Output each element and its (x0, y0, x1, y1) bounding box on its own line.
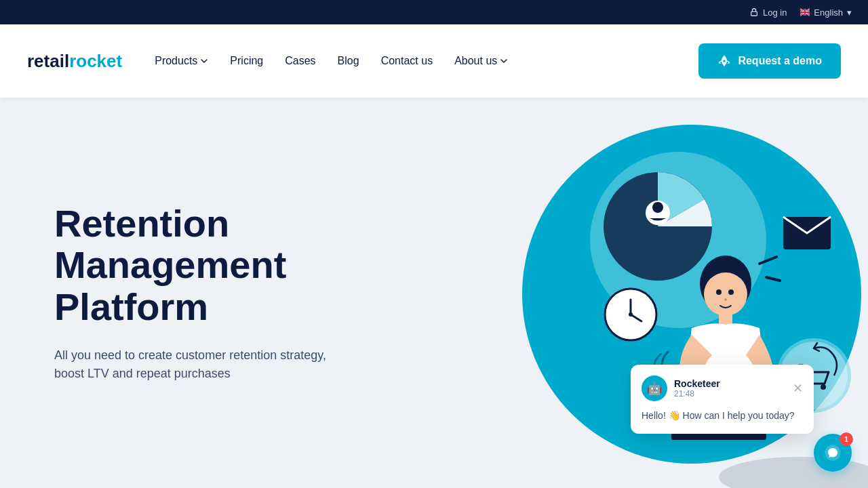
flag-icon (800, 7, 810, 17)
login-link[interactable]: Log in (749, 7, 787, 18)
svg-rect-0 (751, 12, 757, 16)
chat-popup: 🤖 Rocketeer 21:48 ✕ Hello! 👋 How can I h… (631, 365, 814, 434)
logo[interactable]: retailrocket (27, 51, 122, 72)
svg-point-7 (652, 202, 663, 213)
lock-icon (749, 7, 759, 17)
chat-close-button[interactable]: ✕ (793, 381, 803, 396)
language-arrow: ▾ (847, 7, 852, 18)
svg-point-18 (704, 272, 747, 316)
chat-time: 21:48 (674, 389, 720, 399)
svg-point-16 (821, 384, 826, 390)
language-label: English (814, 7, 843, 18)
chat-agent-info: 🤖 Rocketeer 21:48 (642, 375, 720, 401)
hero-text-block: Retention Management Platform All you ne… (54, 203, 407, 384)
chat-bubble-button[interactable]: 1 (814, 434, 852, 472)
nav-cases[interactable]: Cases (285, 55, 315, 67)
hero-subtitle: All you need to create customer retentio… (54, 346, 353, 383)
rocket-icon (717, 54, 731, 68)
login-label: Log in (763, 7, 787, 18)
chevron-down-icon (200, 57, 208, 65)
nav-contact[interactable]: Contact us (381, 55, 433, 67)
chat-avatar: 🤖 (642, 375, 667, 401)
svg-point-20 (728, 289, 734, 295)
nav-blog[interactable]: Blog (338, 55, 359, 67)
chevron-down-icon-about (500, 57, 508, 65)
nav-products[interactable]: Products (155, 55, 208, 67)
nav-pricing[interactable]: Pricing (230, 55, 263, 67)
hero-section: Retention Management Platform All you ne… (0, 98, 868, 488)
top-bar: Log in English ▾ (0, 0, 868, 24)
svg-rect-28 (671, 433, 766, 440)
hero-title: Retention Management Platform (54, 203, 407, 328)
chat-agent-details: Rocketeer 21:48 (674, 378, 720, 399)
main-navbar: retailrocket Products Pricing Cases Blog… (0, 24, 868, 98)
chat-icon (823, 443, 842, 462)
chat-badge: 1 (840, 432, 853, 446)
svg-point-12 (629, 312, 633, 317)
svg-point-2 (724, 60, 726, 62)
chat-message: Hello! 👋 How can I help you today? (642, 409, 803, 423)
chat-header: 🤖 Rocketeer 21:48 ✕ (642, 375, 803, 401)
language-selector[interactable]: English ▾ (800, 7, 852, 18)
svg-point-21 (724, 298, 727, 301)
logo-rocket: rocket (69, 51, 122, 72)
nav-links: Products Pricing Cases Blog Contact us A… (155, 55, 698, 67)
request-demo-button[interactable]: Request a demo (698, 43, 841, 79)
demo-button-label: Request a demo (738, 55, 822, 67)
chat-agent-name: Rocketeer (674, 378, 720, 389)
nav-about[interactable]: About us (454, 55, 508, 67)
svg-point-19 (716, 289, 722, 295)
logo-retail: retail (27, 51, 69, 72)
